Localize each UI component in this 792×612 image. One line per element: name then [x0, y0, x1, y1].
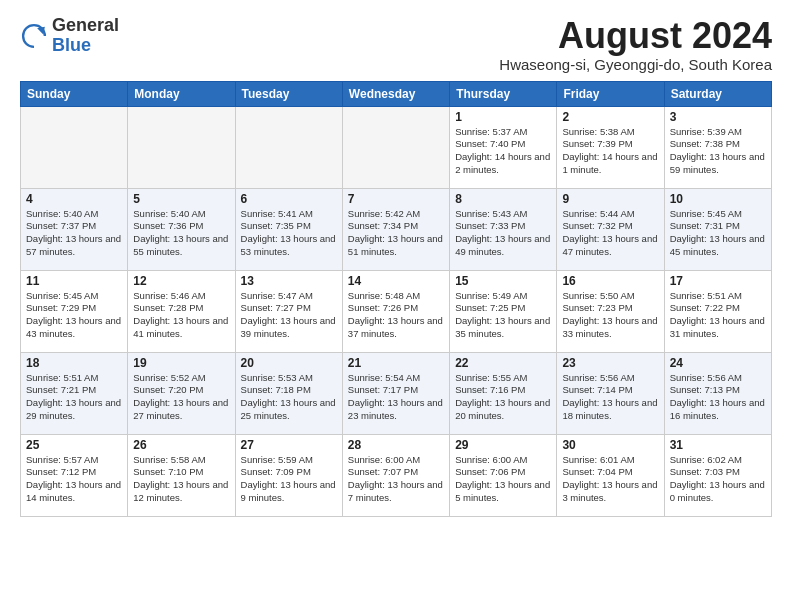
logo-general: General: [52, 15, 119, 35]
day-number: 13: [241, 274, 337, 288]
calendar-cell: 17Sunrise: 5:51 AMSunset: 7:22 PMDayligh…: [664, 270, 771, 352]
day-number: 23: [562, 356, 658, 370]
day-number: 21: [348, 356, 444, 370]
calendar-cell: 9Sunrise: 5:44 AMSunset: 7:32 PMDaylight…: [557, 188, 664, 270]
calendar-cell: 29Sunrise: 6:00 AMSunset: 7:06 PMDayligh…: [450, 434, 557, 516]
logo-text: General Blue: [52, 16, 119, 56]
day-info: Sunrise: 6:00 AMSunset: 7:07 PMDaylight:…: [348, 454, 444, 505]
calendar-cell: 15Sunrise: 5:49 AMSunset: 7:25 PMDayligh…: [450, 270, 557, 352]
day-info: Sunrise: 5:37 AMSunset: 7:40 PMDaylight:…: [455, 126, 551, 177]
day-info: Sunrise: 5:50 AMSunset: 7:23 PMDaylight:…: [562, 290, 658, 341]
day-info: Sunrise: 5:39 AMSunset: 7:38 PMDaylight:…: [670, 126, 766, 177]
day-info: Sunrise: 5:59 AMSunset: 7:09 PMDaylight:…: [241, 454, 337, 505]
calendar: SundayMondayTuesdayWednesdayThursdayFrid…: [20, 81, 772, 517]
day-info: Sunrise: 5:54 AMSunset: 7:17 PMDaylight:…: [348, 372, 444, 423]
weekday-tuesday: Tuesday: [235, 81, 342, 106]
day-number: 10: [670, 192, 766, 206]
calendar-cell: 4Sunrise: 5:40 AMSunset: 7:37 PMDaylight…: [21, 188, 128, 270]
calendar-cell: 5Sunrise: 5:40 AMSunset: 7:36 PMDaylight…: [128, 188, 235, 270]
day-info: Sunrise: 5:55 AMSunset: 7:16 PMDaylight:…: [455, 372, 551, 423]
page: General Blue August 2024 Hwaseong-si, Gy…: [0, 0, 792, 527]
logo-blue: Blue: [52, 35, 91, 55]
week-row-3: 11Sunrise: 5:45 AMSunset: 7:29 PMDayligh…: [21, 270, 772, 352]
calendar-cell: 27Sunrise: 5:59 AMSunset: 7:09 PMDayligh…: [235, 434, 342, 516]
calendar-cell: 30Sunrise: 6:01 AMSunset: 7:04 PMDayligh…: [557, 434, 664, 516]
calendar-cell: [342, 106, 449, 188]
calendar-cell: 2Sunrise: 5:38 AMSunset: 7:39 PMDaylight…: [557, 106, 664, 188]
day-number: 8: [455, 192, 551, 206]
day-info: Sunrise: 5:47 AMSunset: 7:27 PMDaylight:…: [241, 290, 337, 341]
day-number: 14: [348, 274, 444, 288]
calendar-cell: 21Sunrise: 5:54 AMSunset: 7:17 PMDayligh…: [342, 352, 449, 434]
calendar-cell: [21, 106, 128, 188]
day-info: Sunrise: 5:56 AMSunset: 7:13 PMDaylight:…: [670, 372, 766, 423]
calendar-cell: 11Sunrise: 5:45 AMSunset: 7:29 PMDayligh…: [21, 270, 128, 352]
day-info: Sunrise: 5:45 AMSunset: 7:31 PMDaylight:…: [670, 208, 766, 259]
weekday-monday: Monday: [128, 81, 235, 106]
day-number: 22: [455, 356, 551, 370]
day-number: 30: [562, 438, 658, 452]
weekday-thursday: Thursday: [450, 81, 557, 106]
day-number: 27: [241, 438, 337, 452]
day-info: Sunrise: 5:58 AMSunset: 7:10 PMDaylight:…: [133, 454, 229, 505]
calendar-cell: 16Sunrise: 5:50 AMSunset: 7:23 PMDayligh…: [557, 270, 664, 352]
day-number: 28: [348, 438, 444, 452]
day-number: 7: [348, 192, 444, 206]
location: Hwaseong-si, Gyeonggi-do, South Korea: [499, 56, 772, 73]
calendar-cell: 18Sunrise: 5:51 AMSunset: 7:21 PMDayligh…: [21, 352, 128, 434]
day-info: Sunrise: 5:57 AMSunset: 7:12 PMDaylight:…: [26, 454, 122, 505]
calendar-cell: [128, 106, 235, 188]
day-info: Sunrise: 5:51 AMSunset: 7:21 PMDaylight:…: [26, 372, 122, 423]
day-info: Sunrise: 5:51 AMSunset: 7:22 PMDaylight:…: [670, 290, 766, 341]
day-number: 5: [133, 192, 229, 206]
week-row-4: 18Sunrise: 5:51 AMSunset: 7:21 PMDayligh…: [21, 352, 772, 434]
day-number: 25: [26, 438, 122, 452]
day-info: Sunrise: 5:40 AMSunset: 7:37 PMDaylight:…: [26, 208, 122, 259]
logo-icon: [20, 22, 48, 50]
day-number: 18: [26, 356, 122, 370]
day-info: Sunrise: 5:40 AMSunset: 7:36 PMDaylight:…: [133, 208, 229, 259]
calendar-cell: 8Sunrise: 5:43 AMSunset: 7:33 PMDaylight…: [450, 188, 557, 270]
day-number: 26: [133, 438, 229, 452]
day-info: Sunrise: 5:49 AMSunset: 7:25 PMDaylight:…: [455, 290, 551, 341]
day-info: Sunrise: 5:52 AMSunset: 7:20 PMDaylight:…: [133, 372, 229, 423]
day-number: 15: [455, 274, 551, 288]
day-number: 9: [562, 192, 658, 206]
day-number: 1: [455, 110, 551, 124]
week-row-5: 25Sunrise: 5:57 AMSunset: 7:12 PMDayligh…: [21, 434, 772, 516]
calendar-cell: 23Sunrise: 5:56 AMSunset: 7:14 PMDayligh…: [557, 352, 664, 434]
day-number: 17: [670, 274, 766, 288]
calendar-cell: 13Sunrise: 5:47 AMSunset: 7:27 PMDayligh…: [235, 270, 342, 352]
calendar-cell: [235, 106, 342, 188]
day-info: Sunrise: 5:42 AMSunset: 7:34 PMDaylight:…: [348, 208, 444, 259]
calendar-cell: 1Sunrise: 5:37 AMSunset: 7:40 PMDaylight…: [450, 106, 557, 188]
day-number: 16: [562, 274, 658, 288]
weekday-header-row: SundayMondayTuesdayWednesdayThursdayFrid…: [21, 81, 772, 106]
weekday-wednesday: Wednesday: [342, 81, 449, 106]
calendar-cell: 19Sunrise: 5:52 AMSunset: 7:20 PMDayligh…: [128, 352, 235, 434]
day-number: 6: [241, 192, 337, 206]
calendar-cell: 26Sunrise: 5:58 AMSunset: 7:10 PMDayligh…: [128, 434, 235, 516]
month-title: August 2024: [499, 16, 772, 56]
header: General Blue August 2024 Hwaseong-si, Gy…: [20, 16, 772, 73]
calendar-cell: 14Sunrise: 5:48 AMSunset: 7:26 PMDayligh…: [342, 270, 449, 352]
calendar-cell: 12Sunrise: 5:46 AMSunset: 7:28 PMDayligh…: [128, 270, 235, 352]
title-area: August 2024 Hwaseong-si, Gyeonggi-do, So…: [499, 16, 772, 73]
calendar-cell: 20Sunrise: 5:53 AMSunset: 7:18 PMDayligh…: [235, 352, 342, 434]
day-info: Sunrise: 5:48 AMSunset: 7:26 PMDaylight:…: [348, 290, 444, 341]
day-number: 2: [562, 110, 658, 124]
calendar-cell: 7Sunrise: 5:42 AMSunset: 7:34 PMDaylight…: [342, 188, 449, 270]
day-number: 19: [133, 356, 229, 370]
day-info: Sunrise: 5:46 AMSunset: 7:28 PMDaylight:…: [133, 290, 229, 341]
calendar-cell: 3Sunrise: 5:39 AMSunset: 7:38 PMDaylight…: [664, 106, 771, 188]
day-info: Sunrise: 5:43 AMSunset: 7:33 PMDaylight:…: [455, 208, 551, 259]
calendar-cell: 10Sunrise: 5:45 AMSunset: 7:31 PMDayligh…: [664, 188, 771, 270]
weekday-friday: Friday: [557, 81, 664, 106]
weekday-saturday: Saturday: [664, 81, 771, 106]
week-row-2: 4Sunrise: 5:40 AMSunset: 7:37 PMDaylight…: [21, 188, 772, 270]
day-info: Sunrise: 6:00 AMSunset: 7:06 PMDaylight:…: [455, 454, 551, 505]
logo: General Blue: [20, 16, 119, 56]
calendar-cell: 28Sunrise: 6:00 AMSunset: 7:07 PMDayligh…: [342, 434, 449, 516]
day-number: 12: [133, 274, 229, 288]
day-info: Sunrise: 5:41 AMSunset: 7:35 PMDaylight:…: [241, 208, 337, 259]
